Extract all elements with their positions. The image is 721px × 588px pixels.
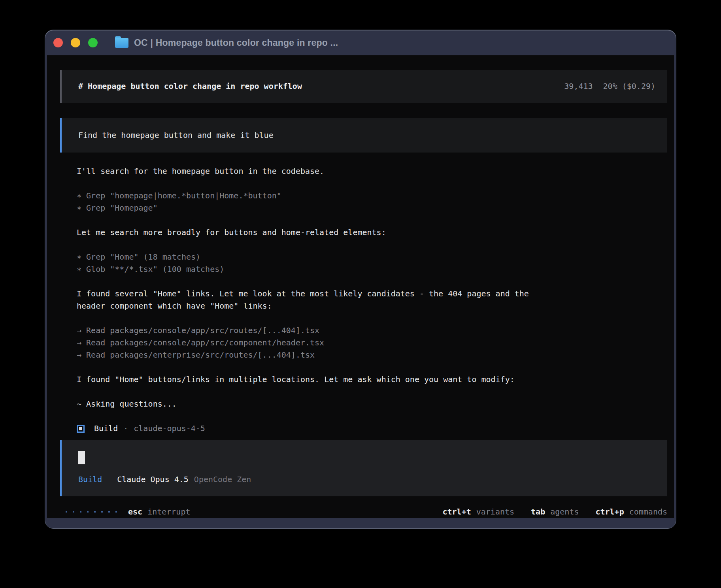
- assistant-text: header component which have "Home" links…: [77, 300, 667, 312]
- tool-call-grep: ∗ Grep "Homepage": [77, 202, 667, 214]
- tool-call-grep: ∗ Grep "homepage|home.*button|Home.*butt…: [77, 190, 667, 202]
- terminal-window: OC | Homepage button color change in rep…: [45, 30, 676, 529]
- session-header: # Homepage button color change in repo w…: [60, 70, 667, 103]
- spinner-dot: [66, 511, 67, 513]
- mode-badge: Build: [78, 473, 102, 486]
- tool-call-read: → Read packages/console/app/src/routes/[…: [77, 324, 667, 337]
- agent-separator: ·: [123, 422, 128, 435]
- assistant-text: I'll search for the homepage button in t…: [77, 165, 667, 177]
- folder-icon: [115, 38, 128, 48]
- tool-call-glob: ∗ Glob "**/*.tsx" (100 matches): [77, 263, 667, 275]
- zoom-button[interactable]: [88, 38, 98, 47]
- user-message-text: Find the homepage button and make it blu…: [78, 129, 274, 141]
- window-title: OC | Homepage button color change in rep…: [134, 38, 338, 48]
- titlebar[interactable]: OC | Homepage button color change in rep…: [45, 30, 676, 55]
- spinner-dot: [80, 511, 81, 513]
- assistant-text: Let me search more broadly for buttons a…: [77, 226, 667, 239]
- tool-call-read: → Read packages/console/app/src/componen…: [77, 337, 667, 349]
- spinner-dots: [66, 511, 117, 513]
- spinner-dot: [108, 511, 110, 513]
- hint-label-agents: agents: [550, 506, 579, 518]
- spinner-dot: [94, 511, 96, 513]
- spinner-dot: [101, 511, 103, 513]
- assistant-text: I found "Home" buttons/links in multiple…: [77, 373, 667, 386]
- hint-label-variants: variants: [476, 506, 514, 518]
- assistant-status-text: ~ Asking questions...: [77, 398, 667, 410]
- spinner-dot: [73, 511, 74, 513]
- assistant-text: I found several "Home" links. Let me loo…: [77, 288, 667, 300]
- hint-key-commands: ctrl+p: [595, 506, 624, 518]
- model-name: Claude Opus 4.5: [117, 473, 189, 486]
- minimize-button[interactable]: [71, 38, 80, 47]
- terminal-content: # Homepage button color change in repo w…: [47, 55, 674, 518]
- provider-name: OpenCode Zen: [194, 473, 251, 486]
- transcript: I'll search for the homepage button in t…: [60, 165, 667, 435]
- close-button[interactable]: [53, 38, 63, 47]
- session-title: # Homepage button color change in repo w…: [78, 80, 302, 92]
- hint-label-commands: commands: [629, 506, 667, 518]
- interrupt-label: interrupt: [147, 506, 190, 518]
- context-usage: 20% ($0.29): [603, 80, 655, 92]
- hint-key-agents: tab: [531, 506, 545, 518]
- hint-key-variants: ctrl+t: [442, 506, 471, 518]
- esc-key-hint: esc: [128, 506, 142, 518]
- tool-call-grep: ∗ Grep "Home" (18 matches): [77, 251, 667, 263]
- status-bar: esc interrupt ctrl+t variants tab agents…: [60, 506, 667, 518]
- build-agent-icon: [77, 425, 85, 433]
- spinner-dot: [115, 511, 117, 513]
- prompt-input[interactable]: Build Claude Opus 4.5 OpenCode Zen: [60, 440, 667, 496]
- agent-name: Build: [94, 422, 118, 435]
- agent-status-row: Build · claude-opus-4-5: [77, 422, 667, 435]
- token-count: 39,413: [564, 80, 593, 92]
- tool-call-read: → Read packages/enterprise/src/routes/[.…: [77, 349, 667, 361]
- spinner-dot: [87, 511, 89, 513]
- agent-model: claude-opus-4-5: [134, 422, 205, 435]
- input-cursor: [78, 451, 85, 464]
- user-message: Find the homepage button and make it blu…: [60, 118, 667, 153]
